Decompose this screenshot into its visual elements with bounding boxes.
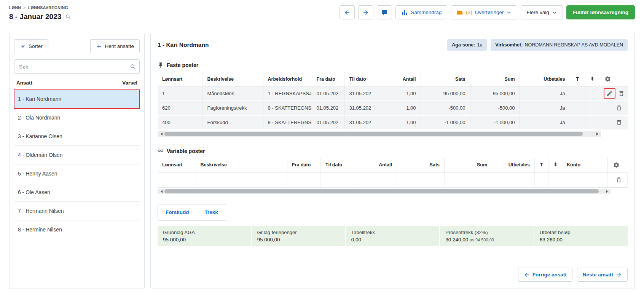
cell-utbetales: Ja [520, 86, 570, 101]
faste-row-3[interactable]: 400 Forskudd 9 - SKATTEREGNSI 01.05.202 … [158, 115, 628, 130]
variable-empty-row[interactable] [158, 172, 628, 187]
scrollbar-thumb[interactable] [164, 189, 599, 193]
hent-ansatte-label: Hent ansatte [105, 43, 134, 49]
cell-fra-dato: 01.05.202 [312, 101, 344, 115]
faste-row-1[interactable]: 1 Månedslønn 1 - REGNSKAPSSJI 01.05.202 … [158, 86, 628, 101]
chat-icon [381, 9, 388, 16]
chevron-down-icon [552, 10, 557, 15]
cell-utbetales[interactable] [492, 172, 535, 187]
cell-sats: -500,00 [421, 101, 470, 115]
cell-arbeidsforhold: 1 - REGNSKAPSSJI [263, 86, 312, 101]
scrollbar-track[interactable] [164, 189, 604, 194]
employee-item-5[interactable]: 5 - Henny Aasen [14, 164, 140, 183]
sammendrag-button[interactable]: Sammendrag [395, 5, 447, 19]
gear-icon [613, 162, 620, 168]
column-header-lonnsart: Lønnsart [158, 72, 202, 86]
employee-item-1[interactable]: 1 - Kari Nordmann [14, 90, 140, 109]
cell-antall[interactable] [354, 172, 397, 187]
employee-list: 1 - Kari Nordmann 2 - Ola Nordmann 3 - K… [14, 90, 140, 239]
scrollbar-thumb[interactable] [164, 132, 583, 136]
cell-lonnsart[interactable] [158, 172, 196, 187]
comments-button[interactable] [377, 5, 392, 19]
waves-icon [158, 148, 164, 154]
varsel-column-header: Varsel [122, 80, 137, 86]
column-header-til-dato: Til dato [321, 158, 354, 172]
faste-poster-title: Faste poster [167, 62, 198, 68]
sammendrag-label: Sammendrag [411, 10, 442, 15]
faste-poster-section: Faste poster Lønnsart Beskrivelse Arbeid… [158, 62, 628, 137]
virksomhet-badge: Virksomhet: NORDMANN REGNSKAP AS AVD MOD… [491, 39, 628, 51]
scroll-left-button[interactable] [158, 131, 164, 137]
prev-period-button[interactable] [340, 5, 355, 19]
flere-valg-button[interactable]: Flere valg [521, 5, 563, 19]
employee-item-8[interactable]: 8 - Hermine Nilsen [14, 220, 140, 239]
payroll-detail-panel: 1 - Kari Nordmann Aga-sone: 1a Virksomhe… [150, 33, 635, 289]
table-settings-button[interactable] [604, 75, 612, 83]
employee-item-6[interactable]: 6 - Ole Aasen [14, 183, 140, 202]
cell-fra-dato[interactable] [287, 172, 321, 187]
cell-sum[interactable] [445, 172, 492, 187]
cell-beskrivelse[interactable] [196, 172, 287, 187]
column-header-phone [585, 72, 599, 86]
employee-navigation: Forrige ansatt Neste ansatt [158, 261, 628, 282]
delete-button[interactable] [617, 89, 625, 97]
employee-item-4[interactable]: 4 - Oldeman Olsen [14, 146, 140, 164]
breadcrumb-lonn[interactable]: LØNN [9, 5, 21, 10]
cell-sats: 95 000,00 [421, 86, 470, 101]
cell-konto[interactable] [562, 172, 608, 187]
cell-beskrivelse: Forskudd [202, 115, 263, 130]
variable-poster-title: Variable poster [167, 148, 205, 154]
column-header-konto: Konto [562, 158, 608, 172]
cell-beskrivelse: Månedslønn [202, 86, 263, 101]
variable-header-row: Lønnsart Beskrivelse Fra dato Til dato A… [158, 158, 628, 172]
neste-ansatt-button[interactable]: Neste ansatt [577, 268, 628, 282]
delete-button[interactable] [615, 176, 623, 184]
ansatt-column-header: Ansatt [16, 80, 32, 86]
horizontal-scrollbar[interactable] [158, 189, 611, 194]
breadcrumb-lonnsavregning[interactable]: LØNNSAVREGNING [28, 5, 68, 10]
cell-sats[interactable] [397, 172, 445, 187]
sorter-label: Sorter [29, 43, 43, 49]
tab-trekk[interactable]: Trekk [197, 204, 226, 220]
pencil-icon [606, 90, 613, 97]
cell-sum: 95 000,00 [470, 86, 520, 101]
column-header-utbetales: Utbetales [520, 72, 570, 86]
horizontal-scrollbar[interactable] [158, 131, 601, 137]
delete-button[interactable] [615, 118, 623, 126]
column-header-t: T [570, 72, 585, 86]
employee-item-2[interactable]: 2 - Ola Nordmann [14, 109, 140, 127]
summary-tabelltrekk: Tabelltrekk 0,00 [346, 226, 439, 246]
search-icon[interactable] [65, 14, 71, 20]
overforinger-button[interactable]: (3) Overføringer [451, 5, 517, 19]
cell-beskrivelse: Fagforeningstrekk [202, 101, 263, 115]
table-settings-button[interactable] [612, 161, 620, 169]
forrige-ansatt-button[interactable]: Forrige ansatt [518, 268, 572, 282]
employee-sidebar: Sorter Hent ansatte Ansatt Varsel 1 - Ka… [9, 33, 145, 289]
gear-icon [604, 76, 611, 82]
tab-forskudd[interactable]: Forskudd [158, 204, 197, 220]
scroll-right-button[interactable] [595, 131, 601, 137]
scrollbar-track[interactable] [164, 131, 595, 137]
sorter-button[interactable]: Sorter [14, 39, 48, 53]
arrow-left-icon [344, 9, 351, 16]
breadcrumb: LØNN > LØNNSAVREGNING [9, 5, 71, 10]
edit-button[interactable] [606, 89, 614, 97]
cell-til-dato[interactable] [321, 172, 354, 187]
faste-row-2[interactable]: 620 Fagforeningstrekk 9 - SKATTEREGNSI 0… [158, 101, 628, 115]
cell-actions [599, 101, 628, 115]
fullfor-lonnsavregning-button[interactable]: Fullfør lønnsavregning [566, 5, 635, 19]
scroll-left-button[interactable] [158, 189, 164, 194]
employee-item-7[interactable]: 7 - Hermann Nilsen [14, 202, 140, 220]
scroll-right-button[interactable] [604, 189, 611, 194]
cell-arbeidsforhold: 9 - SKATTEREGNSI [263, 101, 312, 115]
next-period-button[interactable] [358, 5, 373, 19]
cell-t[interactable] [535, 172, 548, 187]
employee-item-3[interactable]: 3 - Karianne Olsen [14, 127, 140, 146]
cell-phone[interactable] [548, 172, 562, 187]
cell-til-dato: 31.05.202 [344, 115, 378, 130]
arrow-left-icon [524, 272, 530, 278]
hent-ansatte-button[interactable]: Hent ansatte [90, 39, 140, 53]
arrow-right-icon [616, 272, 622, 278]
delete-button[interactable] [615, 104, 623, 112]
search-input[interactable] [14, 59, 140, 74]
